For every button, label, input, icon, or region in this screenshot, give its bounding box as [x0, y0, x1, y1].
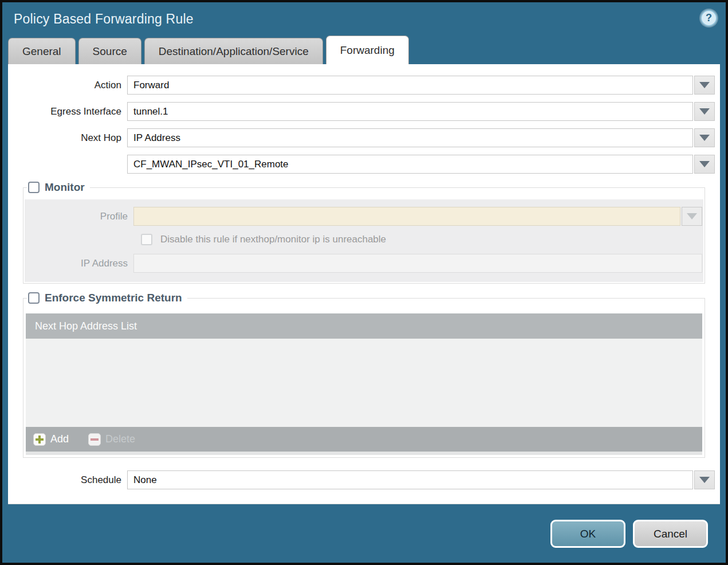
- profile-dropdown-button: [682, 207, 702, 226]
- action-row: Action Forward: [8, 76, 720, 95]
- schedule-row: Schedule None: [8, 470, 720, 489]
- chevron-down-icon: [699, 477, 710, 483]
- delete-button-label: Delete: [105, 433, 135, 445]
- delete-button: Delete: [88, 433, 135, 446]
- next-hop-address-dropdown-button[interactable]: [694, 155, 715, 174]
- next-hop-address-list-header: Next Hop Address List: [26, 313, 702, 339]
- monitor-ip-address-row: IP Address: [25, 254, 703, 273]
- profile-row: Profile: [25, 207, 703, 226]
- add-button-label: Add: [50, 433, 69, 445]
- action-dropdown-button[interactable]: [694, 76, 715, 95]
- monitor-ip-address-input: [133, 254, 702, 273]
- tab-forwarding-label: Forwarding: [340, 44, 395, 57]
- chevron-down-icon: [699, 108, 710, 115]
- schedule-select[interactable]: None: [127, 470, 693, 489]
- plus-icon: [33, 433, 46, 446]
- next-hop-row: Next Hop IP Address: [8, 128, 720, 147]
- tab-bar: General Source Destination/Application/S…: [2, 36, 726, 64]
- tab-general[interactable]: General: [8, 38, 76, 64]
- action-label: Action: [13, 80, 127, 91]
- monitor-legend: Monitor: [27, 181, 90, 194]
- enforce-symmetric-return-section: Enforce Symmetric Return Next Hop Addres…: [23, 292, 705, 458]
- tab-general-label: General: [22, 45, 61, 58]
- next-hop-address-list-toolbar: Add Delete: [26, 427, 702, 452]
- add-button[interactable]: Add: [33, 433, 69, 446]
- next-hop-label: Next Hop: [13, 132, 127, 144]
- enforce-symmetric-return-legend: Enforce Symmetric Return: [27, 292, 187, 304]
- dialog-footer: OK Cancel: [2, 504, 726, 548]
- tab-destination-application-service[interactable]: Destination/Application/Service: [144, 38, 323, 64]
- egress-interface-label: Egress Interface: [13, 106, 127, 117]
- enforce-symmetric-return-label: Enforce Symmetric Return: [45, 292, 182, 304]
- next-hop-select[interactable]: IP Address: [127, 128, 693, 147]
- tab-forwarding[interactable]: Forwarding: [326, 36, 409, 64]
- help-icon[interactable]: ?: [701, 10, 717, 26]
- schedule-label: Schedule: [13, 474, 127, 486]
- monitor-section: Monitor Profile Disable this rule if nex…: [23, 181, 705, 284]
- chevron-down-icon: [699, 135, 710, 141]
- profile-label: Profile: [25, 211, 133, 222]
- monitor-ip-address-label: IP Address: [25, 258, 133, 269]
- disable-rule-checkbox: [141, 234, 152, 245]
- forwarding-tab-panel: Action Forward Egress Interface tunnel.1…: [8, 64, 720, 504]
- next-hop-address-list-table: Next Hop Address List Add Delete: [26, 313, 702, 455]
- monitor-legend-label: Monitor: [45, 181, 85, 194]
- chevron-down-icon: [699, 161, 710, 167]
- help-icon-glyph: ?: [706, 12, 712, 24]
- egress-interface-row: Egress Interface tunnel.1: [8, 102, 720, 121]
- dialog-titlebar: Policy Based Forwarding Rule ?: [2, 2, 726, 36]
- cancel-button[interactable]: Cancel: [633, 520, 708, 548]
- enforce-symmetric-return-checkbox[interactable]: [28, 292, 40, 304]
- next-hop-address-list-header-label: Next Hop Address List: [35, 320, 137, 332]
- profile-select: [133, 207, 680, 226]
- dialog-title: Policy Based Forwarding Rule: [14, 11, 194, 27]
- next-hop-address-list-body: [26, 339, 702, 427]
- egress-interface-select[interactable]: tunnel.1: [127, 102, 693, 121]
- egress-interface-dropdown-button[interactable]: [694, 102, 715, 121]
- monitor-checkbox[interactable]: [28, 182, 40, 193]
- chevron-down-icon: [699, 82, 710, 88]
- schedule-dropdown-button[interactable]: [694, 470, 715, 489]
- ok-button[interactable]: OK: [550, 520, 625, 548]
- next-hop-address-row: CF_MWAN_IPsec_VTI_01_Remote: [8, 155, 720, 174]
- action-select[interactable]: Forward: [127, 76, 693, 95]
- monitor-panel: Profile Disable this rule if nexthop/mon…: [25, 199, 703, 282]
- tab-source-label: Source: [93, 45, 127, 58]
- chevron-down-icon: [687, 213, 697, 219]
- disable-rule-row: Disable this rule if nexthop/monitor ip …: [141, 234, 703, 245]
- next-hop-dropdown-button[interactable]: [694, 128, 715, 147]
- tab-source[interactable]: Source: [78, 38, 141, 64]
- minus-icon: [88, 433, 101, 446]
- tab-destination-label: Destination/Application/Service: [159, 45, 309, 58]
- disable-rule-label: Disable this rule if nexthop/monitor ip …: [160, 234, 386, 245]
- next-hop-address-select[interactable]: CF_MWAN_IPsec_VTI_01_Remote: [127, 155, 693, 174]
